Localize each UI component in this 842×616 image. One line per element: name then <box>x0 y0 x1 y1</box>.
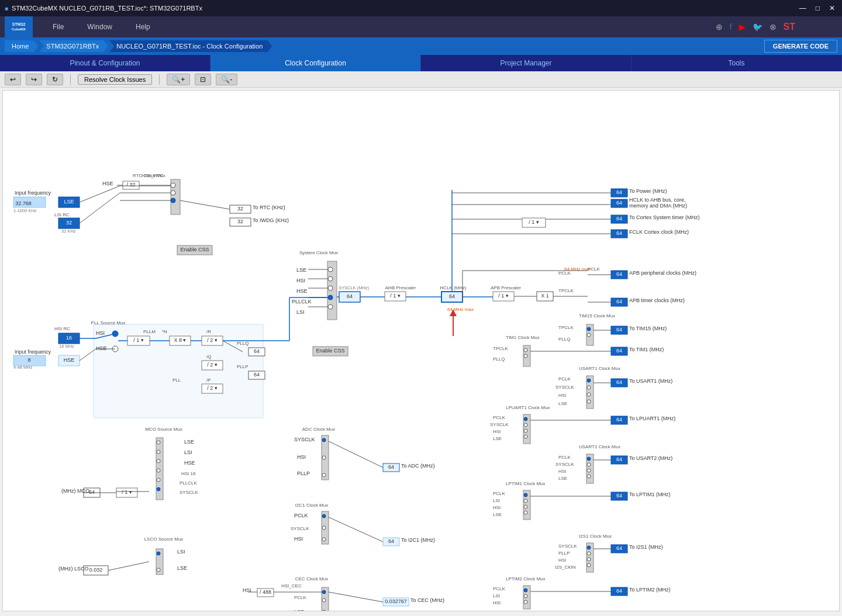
svg-text:/ 488: / 488 <box>260 589 271 595</box>
svg-line-302 <box>329 441 383 468</box>
svg-text:I2S1 Clock Mux: I2S1 Clock Mux <box>579 534 612 539</box>
close-button[interactable]: ✕ <box>827 4 837 12</box>
svg-text:PLLCLK: PLLCLK <box>180 480 197 486</box>
menu-window[interactable]: Window <box>87 23 112 31</box>
svg-text:LSI: LSI <box>493 498 500 503</box>
svg-point-286 <box>157 552 160 555</box>
svg-text:PCLK: PCLK <box>294 595 307 600</box>
svg-text:LSE: LSE <box>294 609 304 611</box>
svg-text:To CEC (MHz): To CEC (MHz) <box>410 597 444 603</box>
svg-text:HSI RC: HSI RC <box>54 326 70 331</box>
facebook-icon[interactable]: f <box>730 22 732 32</box>
svg-point-311 <box>322 538 326 541</box>
svg-text:To LPTIM1 (MHz): To LPTIM1 (MHz) <box>629 492 671 497</box>
svg-text:/ 1 ▾: / 1 ▾ <box>133 337 144 343</box>
svg-text:HSI_CEC: HSI_CEC <box>281 583 302 589</box>
svg-point-192 <box>524 511 527 514</box>
svg-text:*N: *N <box>162 329 167 334</box>
svg-point-29 <box>171 191 175 195</box>
svg-text:PLLM: PLLM <box>143 329 156 334</box>
svg-point-190 <box>524 499 527 503</box>
breadcrumb-home[interactable]: Home <box>5 40 38 52</box>
tab-clock[interactable]: Clock Configuration <box>210 55 421 71</box>
link-icon[interactable]: ⊗ <box>769 22 777 32</box>
svg-text:LSI: LSI <box>296 309 305 315</box>
svg-text:To LPTIM2 (MHz): To LPTIM2 (MHz) <box>629 587 671 593</box>
svg-text:HSE: HSE <box>296 288 308 294</box>
clock-diagram[interactable]: Input frequency 32.768 1-1000 KHz LSE LS… <box>3 91 839 611</box>
generate-code-button[interactable]: GENERATE CODE <box>764 40 837 53</box>
tab-project[interactable]: Project Manager <box>421 55 632 71</box>
svg-text:PLLP: PLLP <box>297 470 310 476</box>
svg-point-147 <box>587 379 591 382</box>
menu-file[interactable]: File <box>53 23 64 31</box>
svg-text:SYSCLK: SYSCLK <box>555 385 574 390</box>
menu-bar: STM32 CubeMX File Window Help ⊕ f ▶ 🐦 ⊗ … <box>0 16 842 37</box>
fit-page-button[interactable]: ⊡ <box>195 74 211 85</box>
svg-text:64: 64 <box>254 348 260 354</box>
menu-help[interactable]: Help <box>136 23 150 31</box>
maximize-button[interactable]: □ <box>813 4 822 12</box>
svg-text:32 KHz: 32 KHz <box>61 229 76 234</box>
svg-point-299 <box>322 473 326 477</box>
svg-text:32: 32 <box>66 220 72 226</box>
svg-text:64: 64 <box>616 379 622 385</box>
svg-text:To RTC (KHz): To RTC (KHz) <box>253 205 285 210</box>
tab-tools[interactable]: Tools <box>632 55 842 71</box>
breadcrumb-config[interactable]: NUCLEO_G071RB_TEST.ioc - Clock Configura… <box>109 40 272 52</box>
breadcrumb-device[interactable]: STM32G071RBTx <box>39 40 108 52</box>
zoom-out-button[interactable]: 🔍- <box>216 74 237 85</box>
svg-text:32: 32 <box>237 206 243 212</box>
svg-text:HSE_RTC: HSE_RTC <box>142 173 163 178</box>
svg-text:64: 64 <box>616 588 622 594</box>
svg-text:64: 64 <box>616 299 622 304</box>
svg-point-272 <box>157 469 160 472</box>
svg-point-217 <box>524 594 527 598</box>
svg-text:64 MHz max: 64 MHz max <box>447 307 474 312</box>
main-content: Input frequency 32.768 1-1000 KHz LSE LS… <box>2 90 840 611</box>
svg-text:64: 64 <box>616 230 622 236</box>
twitter-icon[interactable]: 🐦 <box>753 22 762 32</box>
svg-text:HSI: HSI <box>558 469 566 474</box>
svg-text:TPCLK: TPCLK <box>493 346 508 351</box>
tab-bar: Pinout & Configuration Clock Configurati… <box>0 55 842 71</box>
svg-point-216 <box>524 589 527 592</box>
tab-pinout[interactable]: Pinout & Configuration <box>0 55 210 71</box>
svg-text:HSI: HSI <box>493 600 501 605</box>
svg-point-204 <box>587 552 591 555</box>
undo-button[interactable]: ↩ <box>5 74 21 85</box>
title-bar: ■ STM32CubeMX NUCLEO_G071RB_TEST.ioc*: S… <box>0 0 842 16</box>
separator <box>70 74 71 85</box>
svg-text:/ 2 ▾: / 2 ▾ <box>207 337 218 343</box>
svg-text:/ 2 ▾: / 2 ▾ <box>207 385 218 391</box>
svg-text:X 8 ▾: X 8 ▾ <box>174 337 186 343</box>
svg-point-287 <box>157 568 160 572</box>
svg-text:64: 64 <box>616 200 622 206</box>
svg-text:AHB Prescaler: AHB Prescaler <box>385 285 416 290</box>
svg-text:64: 64 <box>616 348 622 354</box>
svg-point-309 <box>322 514 326 518</box>
st-icon[interactable]: ST <box>784 22 795 32</box>
svg-text:LSI: LSI <box>184 449 192 455</box>
svg-text:LSI: LSI <box>493 593 500 598</box>
svg-text:LSE: LSE <box>558 401 567 406</box>
svg-text:SYSCLK: SYSCLK <box>490 422 509 427</box>
svg-point-270 <box>157 450 160 454</box>
svg-line-314 <box>329 517 383 542</box>
minimize-button[interactable]: — <box>797 4 809 12</box>
svg-point-149 <box>587 393 591 396</box>
svg-text:USART2 Clock Mux: USART2 Clock Mux <box>579 444 620 449</box>
svg-point-218 <box>524 600 527 604</box>
svg-point-30 <box>171 198 175 203</box>
svg-text:/ 1 ▾: / 1 ▾ <box>390 293 401 299</box>
svg-text:SYSCLK (MHz): SYSCLK (MHz) <box>339 285 370 290</box>
zoom-in-button[interactable]: 🔍+ <box>167 74 190 85</box>
resolve-clock-button[interactable]: Resolve Clock Issues <box>78 74 152 85</box>
svg-text:HSI: HSI <box>297 454 306 460</box>
community-icon[interactable]: ⊕ <box>716 22 723 32</box>
svg-text:PCLK: PCLK <box>493 415 506 420</box>
svg-text:PCLK: PCLK <box>294 513 308 518</box>
youtube-icon[interactable]: ▶ <box>739 22 746 32</box>
redo-button[interactable]: ↪ <box>26 74 42 85</box>
refresh-button[interactable]: ↻ <box>47 74 63 85</box>
